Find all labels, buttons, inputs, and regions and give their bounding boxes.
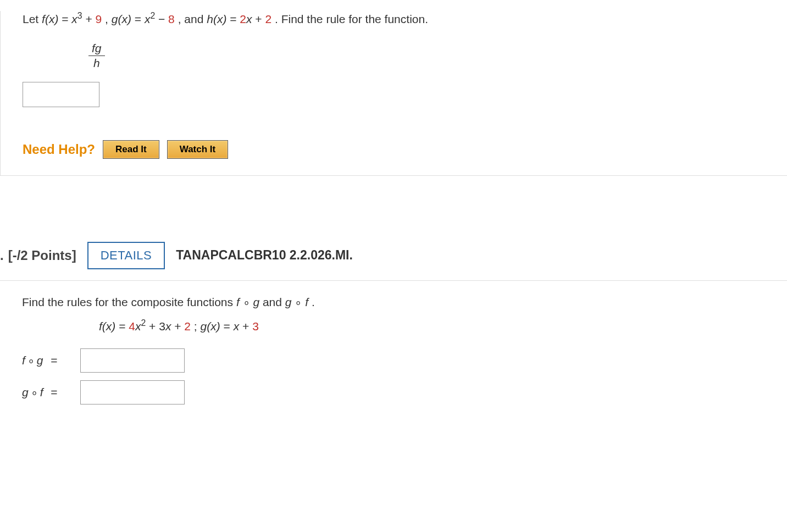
text: + (174, 320, 184, 332)
gx: g(x) (112, 13, 131, 25)
fx-def: f(x) (99, 320, 115, 332)
need-help-row: Need Help? Read It Watch It (23, 140, 787, 159)
const-8: 8 (168, 13, 175, 25)
text: − (158, 13, 168, 25)
hx: h(x) (207, 13, 226, 25)
coeff-4: 4 (129, 320, 135, 332)
header-period: . (0, 248, 4, 263)
gof-answer-row: g∘f = (22, 380, 787, 404)
q2-prompt: Find the rules for the composite functio… (22, 294, 787, 310)
text: and (263, 296, 285, 308)
x: x (135, 320, 141, 332)
text: = (135, 13, 145, 25)
x-cubed: x (71, 13, 77, 25)
text: . (312, 296, 315, 308)
exp3: 3 (77, 11, 82, 20)
text: . Find the rule for the function. (275, 13, 428, 25)
need-help-label: Need Help? (23, 142, 95, 157)
text: Find the rules for the composite functio… (22, 296, 236, 308)
const-2: 2 (184, 320, 191, 332)
x: x (234, 320, 240, 332)
gof-answer-input[interactable] (80, 380, 185, 404)
g: g (253, 296, 259, 308)
q1-problem-text: Let f(x) = x3 + 9 , g(x) = x2 − 8 , and … (23, 11, 787, 27)
const-2: 2 (265, 13, 271, 25)
q2-given-functions: f(x) = 4x2 + 3x + 2 ; g(x) = x + 3 (99, 320, 787, 333)
x: x (165, 320, 171, 332)
const-9: 9 (96, 13, 102, 25)
gof-f: f (305, 296, 308, 308)
text: , and (178, 13, 207, 25)
fraction-numerator: fg (88, 41, 105, 56)
text: = (62, 13, 71, 25)
text: + 3 (149, 320, 165, 332)
gof-label: g∘f = (22, 386, 73, 399)
fx: f(x) (42, 13, 58, 25)
question-2-header: . [-/2 Points] DETAILS TANAPCALCBR10 2.2… (0, 231, 787, 281)
question-1-block: Let f(x) = x3 + 9 , g(x) = x2 − 8 , and … (0, 11, 787, 176)
compose-icon: ∘ (243, 296, 253, 308)
gx-def: g(x) (201, 320, 220, 332)
fog-label: f∘g = (22, 354, 73, 367)
gof-g: g (285, 296, 292, 308)
fraction-denominator: h (88, 56, 105, 70)
read-it-button[interactable]: Read It (103, 140, 159, 159)
text: = (230, 13, 240, 25)
details-button[interactable]: DETAILS (87, 242, 165, 269)
compose-icon: ∘ (295, 296, 305, 308)
text: Let (23, 13, 42, 25)
book-reference: TANAPCALCBR10 2.2.026.MI. (176, 248, 353, 263)
fraction-fg-over-h: fg h (88, 41, 105, 69)
text: = (224, 320, 234, 332)
text: + (85, 13, 95, 25)
text: + (242, 320, 252, 332)
x-squared: x (145, 13, 151, 25)
text: = (119, 320, 129, 332)
fog-answer-row: f∘g = (22, 348, 787, 373)
q1-answer-input[interactable] (23, 82, 99, 107)
exp2: 2 (141, 318, 146, 328)
fog-answer-input[interactable] (80, 348, 185, 373)
fog: f (236, 296, 240, 308)
exp2: 2 (150, 11, 155, 20)
const-3: 3 (252, 320, 259, 332)
points-label: [-/2 Points] (8, 248, 76, 263)
coeff-2: 2 (240, 13, 246, 25)
text: ; (194, 320, 201, 332)
text: + (255, 13, 265, 25)
question-2-content: Find the rules for the composite functio… (0, 294, 787, 404)
x: x (246, 13, 252, 25)
text: , (105, 13, 112, 25)
watch-it-button[interactable]: Watch It (167, 140, 228, 159)
